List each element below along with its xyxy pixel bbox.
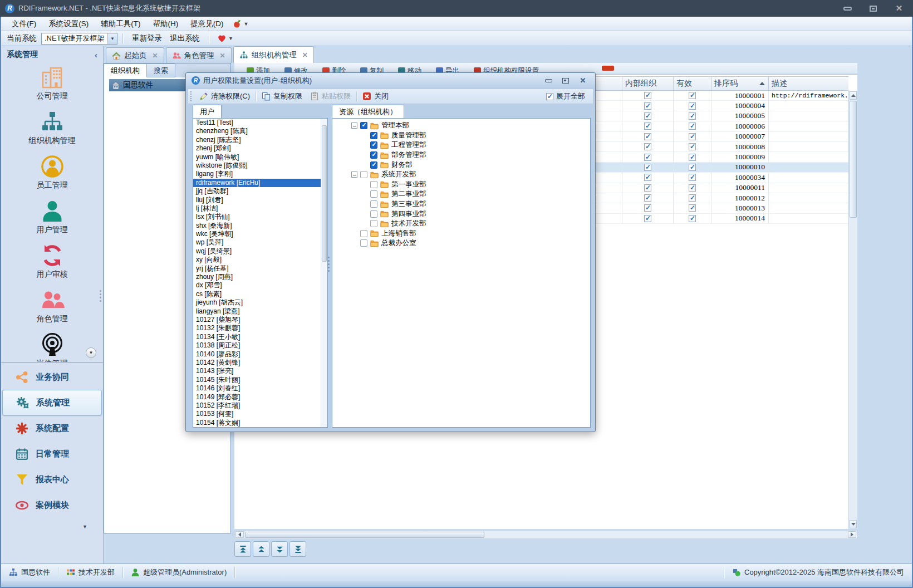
user-list-item[interactable]: chenzj [陈志坚]	[193, 136, 327, 144]
menu-item[interactable]: 提意见(D)	[184, 17, 229, 31]
sidebar-item[interactable]: 公司管理	[1, 63, 103, 107]
grid-vertical-scrollbar[interactable]	[848, 91, 857, 529]
user-list-item[interactable]: chenzheng [陈真]	[193, 127, 327, 135]
user-list-item[interactable]: lsx [刘书仙]	[193, 213, 327, 221]
node-checkbox[interactable]	[370, 220, 377, 227]
valid-checkbox[interactable]	[689, 102, 696, 110]
node-checkbox[interactable]	[370, 161, 377, 169]
node-checkbox[interactable]	[370, 181, 377, 188]
internal-org-checkbox[interactable]	[644, 215, 651, 222]
document-tab[interactable]: 组织机构管理 ✕	[233, 46, 314, 63]
user-list-item[interactable]: lj [林洁]	[193, 204, 327, 213]
node-checkbox[interactable]	[370, 151, 377, 159]
userlist-scrollbar[interactable]	[321, 119, 327, 427]
user-list-item[interactable]: Test11 [Test]	[193, 119, 327, 127]
user-list-item[interactable]: yrj [杨任基]	[193, 264, 327, 273]
menu-item[interactable]: 文件(F)	[6, 17, 42, 31]
node-checkbox[interactable]	[360, 171, 367, 178]
internal-org-checkbox[interactable]	[644, 133, 651, 140]
sidebar-item[interactable]: 用户审核	[1, 241, 103, 286]
tab-resources[interactable]: 资源（组织机构）	[332, 105, 404, 119]
user-list-item[interactable]: jjq [吉劲群]	[193, 187, 327, 195]
column-header-internal-org[interactable]: 内部组织	[622, 77, 673, 90]
menu-item[interactable]: 帮助(H)	[147, 17, 185, 31]
nav-group-item[interactable]: 案例模块	[1, 492, 103, 518]
valid-checkbox[interactable]	[689, 184, 696, 192]
menu-item[interactable]: 系统设置(S)	[42, 17, 95, 31]
scroll-right-button[interactable]	[848, 531, 856, 538]
nav-group-item[interactable]: 日常管理	[1, 441, 103, 467]
resource-tree-node[interactable]: 第二事业部	[345, 189, 590, 199]
sidebar-scroll-down-button[interactable]: ▼	[86, 347, 96, 358]
move-down-button[interactable]	[271, 541, 288, 557]
valid-checkbox[interactable]	[689, 194, 696, 202]
user-list-item[interactable]: wkc [吴坤朝]	[193, 230, 327, 238]
valid-checkbox[interactable]	[689, 133, 696, 140]
copy-permission-button[interactable]: 复制权限	[258, 90, 306, 103]
internal-org-checkbox[interactable]	[644, 102, 651, 110]
close-dialog-button[interactable]: 关闭	[359, 90, 392, 103]
sidebar-splitter-handle[interactable]	[100, 290, 101, 302]
user-list-item[interactable]: 10145 [朱叶丽]	[193, 376, 327, 384]
nav-group-item[interactable]: 报表中心	[1, 467, 103, 492]
heart-dropdown-caret[interactable]: ▼	[228, 36, 233, 41]
tab-close-icon[interactable]: ✕	[220, 52, 225, 60]
resource-tree-node[interactable]: 第三事业部	[345, 199, 590, 209]
toolbar-grip-handle[interactable]	[190, 91, 192, 101]
user-list-item[interactable]: ligang [李刚]	[193, 170, 327, 178]
userlist-scroll-thumb[interactable]	[322, 125, 327, 262]
user-list-item[interactable]: zhenj [郑剑]	[193, 144, 327, 153]
tab-close-icon[interactable]: ✕	[302, 51, 308, 59]
vertical-scroll-thumb[interactable]	[850, 101, 857, 218]
dialog-maximize-button[interactable]	[560, 76, 571, 85]
user-list-item[interactable]: 10153 [何雯]	[193, 410, 327, 418]
tab-search[interactable]: 搜索	[147, 63, 175, 77]
user-list-item[interactable]: liangyan [梁燕]	[193, 307, 327, 316]
user-list-item[interactable]: 10142 [黄剑锋]	[193, 359, 327, 367]
user-list-item[interactable]: cs [陈素]	[193, 290, 327, 298]
move-up-button[interactable]	[253, 541, 269, 557]
document-tab[interactable]: 起始页 ✕	[106, 47, 164, 63]
internal-org-checkbox[interactable]	[644, 164, 651, 171]
valid-checkbox[interactable]	[689, 215, 696, 222]
clear-permission-button[interactable]: 清除权限(C)	[195, 90, 254, 103]
resource-tree-node[interactable]: 技术开发部	[345, 219, 590, 229]
minimize-button[interactable]	[841, 3, 854, 13]
system-combo-dropdown-icon[interactable]: ▼	[107, 33, 117, 44]
resource-tree-node[interactable]: 工程管理部	[345, 140, 590, 150]
user-list-item[interactable]: 10132 [朱麒蓉]	[193, 324, 327, 332]
resource-tree-node[interactable]: 第四事业部	[345, 209, 590, 219]
sidebar-item[interactable]: 员工管理	[1, 152, 103, 197]
dialog-close-button[interactable]: ✕	[577, 76, 588, 85]
nav-group-item[interactable]: 系统管理	[2, 390, 102, 415]
node-checkbox[interactable]	[370, 141, 377, 149]
resource-tree-node[interactable]: 第一事业部	[345, 180, 590, 190]
tab-close-icon[interactable]: ✕	[153, 52, 158, 60]
tab-users[interactable]: 用户	[193, 105, 222, 119]
heart-icon[interactable]	[218, 35, 226, 43]
valid-checkbox[interactable]	[689, 154, 696, 161]
internal-org-checkbox[interactable]	[644, 143, 651, 150]
close-button[interactable]: ✕	[892, 3, 905, 13]
dialog-minimize-button[interactable]	[543, 76, 554, 85]
valid-checkbox[interactable]	[689, 92, 696, 99]
feedback-icon[interactable]	[233, 19, 242, 28]
user-list-item[interactable]: dx [邓雪]	[193, 281, 327, 290]
internal-org-checkbox[interactable]	[644, 184, 651, 192]
node-checkbox[interactable]	[370, 190, 377, 198]
user-list-item[interactable]: 10154 [蒋文娴]	[193, 419, 327, 427]
node-checkbox[interactable]	[370, 200, 377, 208]
sidebar-item[interactable]: 用户管理	[1, 197, 103, 241]
nav-overflow-arrow-icon[interactable]: ▼	[82, 524, 87, 530]
scroll-down-button[interactable]	[850, 520, 857, 528]
resource-tree-node[interactable]: 上海销售部	[345, 229, 590, 239]
user-list-item[interactable]: 10146 [刘春红]	[193, 384, 327, 393]
relogin-button[interactable]: 重新登录	[128, 33, 166, 43]
valid-checkbox[interactable]	[689, 164, 696, 171]
user-list-item[interactable]: 10140 [廖品彩]	[193, 350, 327, 359]
resource-tree-node[interactable]: 总裁办公室	[345, 238, 590, 248]
tab-org-structure[interactable]: 组织机构	[104, 63, 147, 77]
collapse-expander-icon[interactable]	[351, 171, 357, 178]
user-list-item[interactable]: liuj [刘君]	[193, 196, 327, 204]
internal-org-checkbox[interactable]	[644, 204, 651, 212]
